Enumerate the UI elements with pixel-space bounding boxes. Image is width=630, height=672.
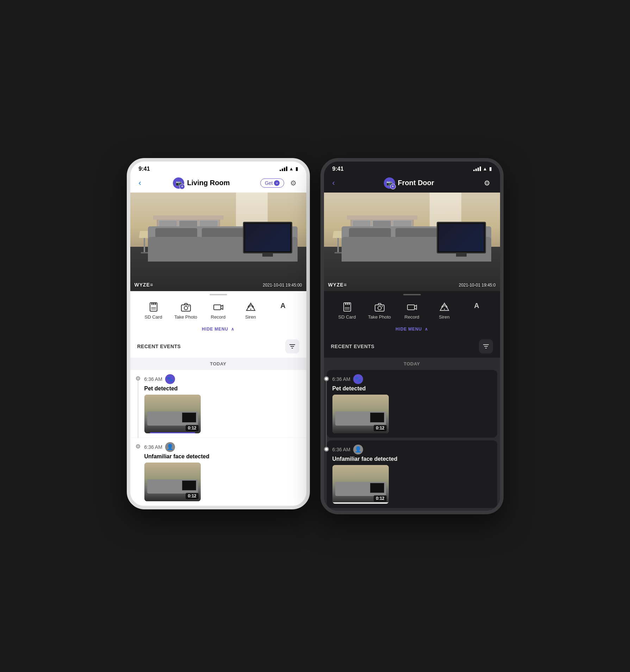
filter-button[interactable] bbox=[285, 339, 299, 353]
timeline-line bbox=[138, 381, 138, 445]
status-bar-light: 9:41 ▲ ▮ bbox=[130, 162, 306, 174]
menu-item-siren[interactable]: Siren bbox=[238, 302, 263, 320]
svg-rect-23 bbox=[407, 305, 414, 310]
page-title: Living Room bbox=[187, 179, 230, 187]
status-time-left: 9:41 bbox=[139, 166, 150, 172]
timeline-dot bbox=[136, 376, 140, 381]
sd-card-icon-dark bbox=[342, 302, 353, 312]
event-title-face-dark: Unfamiliar face detected bbox=[332, 456, 492, 462]
wifi-icon-dark: ▲ bbox=[483, 166, 487, 171]
event-time-dark: 6:36 AM bbox=[332, 376, 350, 382]
siren-label: Siren bbox=[245, 314, 256, 320]
status-bar-dark: 9:41 ▲ ▮ bbox=[324, 162, 500, 174]
hide-menu-button[interactable]: HIDE MENU ∧ bbox=[130, 323, 306, 335]
event-content-face-dark: 6:36 AM 👤 Unfamiliar face detected 0:12 bbox=[332, 445, 492, 504]
wifi-icon: ▲ bbox=[289, 166, 294, 171]
sd-card-icon bbox=[148, 302, 159, 312]
record-label-dark: Record bbox=[405, 314, 419, 320]
signal-icon-dark bbox=[473, 167, 481, 171]
camera-icon-dark bbox=[374, 302, 385, 312]
event-header-face: 6:36 AM 👤 bbox=[144, 442, 301, 452]
event-time-face: 6:36 AM bbox=[144, 444, 162, 450]
camera-scene-dark: WYZE≡ 2021-10-01 19:45:0 bbox=[324, 193, 500, 291]
menu-item-more[interactable]: A bbox=[271, 302, 295, 320]
svg-rect-2 bbox=[153, 303, 154, 305]
drag-handle-dark[interactable] bbox=[324, 291, 500, 298]
phone-front-door: 9:41 ▲ ▮ ‹ 📷 Front Door ⚙ bbox=[320, 158, 504, 514]
events-list-dark: TODAY 6:36 AM 🐾 Pet detected bbox=[324, 358, 500, 511]
svg-point-7 bbox=[184, 306, 188, 310]
event-content-pet: 6:36 AM 🐾 Pet detected 0:12 bbox=[144, 374, 301, 433]
duration-badge-face-dark: 0:12 bbox=[374, 495, 386, 502]
menu-item-record-dark[interactable]: Record bbox=[400, 302, 424, 320]
hide-menu-button-dark[interactable]: HIDE MENU ∧ bbox=[324, 323, 500, 335]
wyze-watermark: WYZE≡ bbox=[135, 282, 154, 288]
svg-point-8 bbox=[188, 306, 189, 307]
menu-item-more-dark[interactable]: A bbox=[464, 302, 489, 320]
recent-events-title-dark: RECENT EVENTS bbox=[331, 344, 375, 349]
event-thumbnail-face-dark[interactable]: 0:12 bbox=[332, 465, 389, 504]
event-item-pet-dark[interactable]: 6:36 AM 🐾 Pet detected 0:12 bbox=[327, 370, 497, 438]
signal-icon bbox=[280, 167, 287, 171]
duration-badge-dark: 0:12 bbox=[374, 425, 386, 431]
face-avatar-dark: 👤 bbox=[353, 445, 363, 454]
event-badge-pet: 🐾 bbox=[165, 374, 175, 384]
settings-button-dark[interactable]: ⚙ bbox=[481, 177, 493, 189]
camera-feed-front-door[interactable]: WYZE≡ 2021-10-01 19:45:0 bbox=[324, 193, 500, 291]
record-icon bbox=[213, 302, 224, 312]
chevron-up-icon-dark: ∧ bbox=[425, 327, 428, 332]
menu-item-takephoto-dark[interactable]: Take Photo bbox=[367, 302, 392, 320]
recent-events-title: RECENT EVENTS bbox=[137, 344, 181, 349]
menu-icons-row-dark: SD Card Take Photo bbox=[324, 298, 500, 323]
record-icon-dark bbox=[407, 302, 417, 312]
get-button[interactable]: Get + bbox=[260, 178, 285, 188]
menu-item-record[interactable]: Record bbox=[206, 302, 231, 320]
event-title-face: Unfamiliar face detected bbox=[144, 453, 301, 460]
today-label: TODAY bbox=[130, 358, 306, 370]
sd-card-label-dark: SD Card bbox=[338, 314, 356, 320]
event-thumbnail-face[interactable]: 0:12 bbox=[144, 463, 201, 501]
title-area: 📷 Living Room bbox=[173, 177, 230, 189]
svg-point-21 bbox=[378, 306, 381, 310]
battery-icon: ▮ bbox=[295, 166, 298, 171]
event-item-face[interactable]: 6:36 AM 👤 Unfamiliar face detected 0:12 bbox=[130, 438, 306, 505]
record-label: Record bbox=[211, 314, 226, 320]
hide-menu-label-dark: HIDE MENU bbox=[395, 327, 422, 332]
menu-item-sdcard-dark[interactable]: SD Card bbox=[335, 302, 360, 320]
event-thumbnail-pet[interactable]: 0:12 bbox=[144, 395, 201, 433]
event-header: 6:36 AM 🐾 bbox=[144, 374, 301, 384]
timeline-dot-dark-pet bbox=[324, 376, 329, 381]
more-icon: A bbox=[280, 302, 285, 310]
svg-rect-16 bbox=[347, 303, 348, 305]
menu-item-sdcard[interactable]: SD Card bbox=[141, 302, 166, 320]
camera-scene: WYZE≡ 2021-10-01 19:45:00 bbox=[130, 193, 306, 291]
sd-card-label: SD Card bbox=[145, 314, 162, 320]
camera-feed-living-room[interactable]: WYZE≡ 2021-10-01 19:45:00 bbox=[130, 193, 306, 291]
timeline-dot-dark-face bbox=[324, 447, 329, 452]
status-icons-left: ▲ ▮ bbox=[280, 166, 298, 171]
today-label-dark: TODAY bbox=[324, 358, 500, 370]
event-item-face-dark[interactable]: 6:36 AM 👤 Unfamiliar face detected 0:12 bbox=[327, 440, 497, 508]
back-button-dark[interactable]: ‹ bbox=[331, 177, 336, 189]
svg-rect-1 bbox=[151, 303, 152, 305]
drag-handle[interactable] bbox=[130, 291, 306, 298]
status-icons-right: ▲ ▮ bbox=[473, 166, 492, 171]
svg-rect-17 bbox=[349, 303, 350, 305]
settings-button[interactable]: ⚙ bbox=[288, 177, 299, 189]
header-front-door: ‹ 📷 Front Door ⚙ bbox=[324, 174, 500, 193]
svg-rect-20 bbox=[375, 305, 384, 311]
back-button[interactable]: ‹ bbox=[137, 177, 143, 189]
svg-rect-9 bbox=[214, 305, 221, 310]
filter-button-dark[interactable] bbox=[479, 339, 493, 353]
menu-item-siren-dark[interactable]: Siren bbox=[432, 302, 457, 320]
duration-badge: 0:12 bbox=[186, 425, 198, 431]
siren-icon-dark bbox=[439, 302, 450, 312]
svg-rect-6 bbox=[181, 305, 191, 311]
camera-timestamp-dark: 2021-10-01 19:45:0 bbox=[459, 283, 496, 288]
menu-item-takephoto[interactable]: Take Photo bbox=[174, 302, 198, 320]
title-area-dark: 📷 Front Door bbox=[384, 177, 434, 189]
event-item-pet[interactable]: 6:36 AM 🐾 Pet detected 0:12 bbox=[130, 370, 306, 438]
header-living-room: ‹ 📷 Living Room Get + ⚙ bbox=[130, 174, 306, 193]
event-thumbnail-pet-dark[interactable]: 0:12 bbox=[332, 395, 389, 433]
menu-icons-row: SD Card Take Photo bbox=[130, 298, 306, 323]
